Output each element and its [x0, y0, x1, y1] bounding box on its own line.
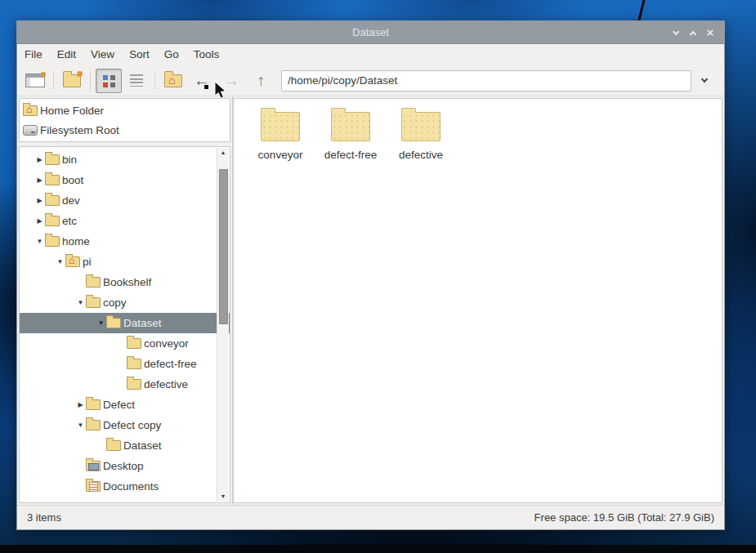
icon-view-button[interactable]	[96, 69, 122, 93]
desktop-background: Dataset × File Edit View Sort Go Tools	[0, 0, 756, 553]
tree-label: etc	[62, 215, 77, 227]
folder-icon	[45, 236, 60, 247]
path-dropdown-button[interactable]	[691, 69, 718, 92]
menu-item[interactable]: Edit	[50, 44, 83, 65]
place-item[interactable]: Home Folder	[20, 100, 230, 120]
folder-icon	[331, 112, 370, 141]
chevron-down-icon	[701, 76, 708, 83]
expander-icon[interactable]: ▼	[34, 238, 45, 245]
forward-button[interactable]: →	[217, 69, 245, 93]
expander-icon[interactable]: ▶	[34, 217, 45, 225]
menu-item[interactable]: File	[17, 44, 50, 65]
menu-item[interactable]: Go	[157, 44, 186, 65]
place-label: Filesystem Root	[40, 124, 119, 136]
menu-item[interactable]: Sort	[122, 44, 157, 65]
tree-item[interactable]: ▶ dev	[20, 190, 230, 211]
folder-icon	[106, 318, 121, 328]
statusbar: 3 items Free space: 19.5 GiB (Total: 27.…	[17, 505, 724, 529]
scroll-down-icon[interactable]: ▼	[221, 492, 226, 502]
tree-label: boot	[62, 174, 83, 186]
tree-item[interactable]: ▼ Defect copy	[20, 415, 230, 435]
folder-label: conveyor	[258, 149, 303, 161]
list-view-button[interactable]	[123, 69, 150, 93]
home-folder-icon	[65, 256, 80, 267]
scroll-up-icon[interactable]: ▲	[221, 148, 226, 158]
new-folder-button[interactable]	[59, 69, 85, 93]
tree-item[interactable]: Desktop	[20, 456, 230, 476]
toolbar-separator	[90, 72, 91, 90]
folder-item[interactable]: conveyor	[245, 112, 315, 161]
tree-item[interactable]: Bookshelf	[20, 272, 230, 292]
file-grid: conveyor defect-free defective	[234, 99, 722, 161]
minimize-button[interactable]	[670, 26, 682, 39]
path-bar	[281, 69, 718, 92]
folder-icon	[86, 297, 101, 308]
toolbar-separator	[154, 72, 155, 90]
filesystem-drive-icon	[23, 125, 38, 136]
scrollbar-thumb[interactable]	[219, 169, 228, 324]
maximize-button[interactable]	[687, 26, 699, 39]
toolbar-separator	[53, 72, 54, 90]
places-pane: Home Folder Filesystem Root	[19, 98, 230, 142]
tree-item[interactable]: Dataset	[20, 435, 230, 456]
menubar: File Edit View Sort Go Tools	[17, 44, 724, 65]
tree-label: Dataset	[123, 317, 162, 329]
tree-item[interactable]: ▶ Defect	[20, 395, 230, 415]
expander-icon[interactable]: ▶	[75, 401, 86, 408]
folder-icon	[127, 338, 141, 349]
chevron-up-icon	[690, 30, 696, 37]
file-manager-window: Dataset × File Edit View Sort Go Tools	[16, 20, 725, 530]
tree-label: Desktop	[103, 460, 144, 472]
folder-icon	[86, 420, 101, 430]
expander-icon[interactable]: ▶	[34, 156, 45, 163]
tree-item[interactable]: ▼ copy	[20, 292, 230, 313]
tree-item[interactable]: ▶ bin	[20, 149, 230, 170]
tree-label: Documents	[103, 480, 159, 493]
tree-item[interactable]: ▼ home	[20, 231, 230, 252]
tree-label: dev	[62, 194, 80, 207]
tree-item[interactable]: conveyor	[20, 333, 230, 354]
expander-icon[interactable]: ▶	[34, 176, 45, 184]
folder-icon	[261, 112, 300, 141]
chevron-down-icon	[673, 28, 679, 34]
expander-icon[interactable]: ▶	[34, 197, 45, 204]
home-folder-icon	[164, 74, 182, 87]
tree-item[interactable]: defective	[20, 374, 230, 395]
directory-tree: ▶ bin ▶ boot ▶	[20, 147, 230, 497]
toggle-side-pane-button[interactable]	[22, 69, 48, 93]
tree-item[interactable]: defect-free	[20, 354, 230, 374]
tree-label: conveyor	[144, 337, 189, 350]
folder-label: defective	[399, 149, 443, 161]
folder-item[interactable]: defect-free	[315, 112, 386, 161]
close-button[interactable]: ×	[705, 26, 716, 39]
tree-item[interactable]: ▶ etc	[20, 211, 230, 231]
folder-icon	[45, 195, 60, 206]
icon-view-icon	[103, 74, 115, 87]
file-view[interactable]: conveyor defect-free defective	[233, 98, 722, 503]
desktop-folder-icon	[86, 461, 101, 471]
back-button[interactable]: ←	[188, 69, 216, 93]
tree-label: defective	[144, 378, 188, 390]
path-input[interactable]	[281, 70, 691, 91]
tree-scrollbar[interactable]: ▲ ▼	[217, 148, 229, 502]
titlebar[interactable]: Dataset ×	[17, 21, 724, 44]
menu-item[interactable]: Tools	[186, 44, 227, 65]
folder-item[interactable]: defective	[386, 112, 456, 161]
tree-item[interactable]: Documents	[20, 476, 230, 497]
up-arrow-icon: ↑	[257, 71, 265, 90]
close-icon: ×	[707, 27, 714, 38]
expander-icon[interactable]: ▼	[75, 299, 86, 306]
expander-icon[interactable]: ▼	[75, 421, 86, 429]
menu-item[interactable]: View	[83, 44, 122, 65]
tree-item[interactable]: ▶ boot	[20, 170, 230, 190]
window-title: Dataset	[352, 26, 389, 38]
tree-item[interactable]: ▼ Dataset	[20, 313, 230, 333]
expander-icon[interactable]: ▼	[96, 319, 106, 327]
place-item[interactable]: Filesystem Root	[20, 120, 230, 140]
tree-label: copy	[103, 297, 127, 309]
up-button[interactable]: ↑	[247, 69, 275, 93]
home-button[interactable]	[160, 69, 186, 93]
toolbar: ← → ↑	[17, 65, 724, 96]
expander-icon[interactable]: ▼	[55, 258, 65, 265]
tree-item[interactable]: ▼ pi	[20, 252, 230, 272]
